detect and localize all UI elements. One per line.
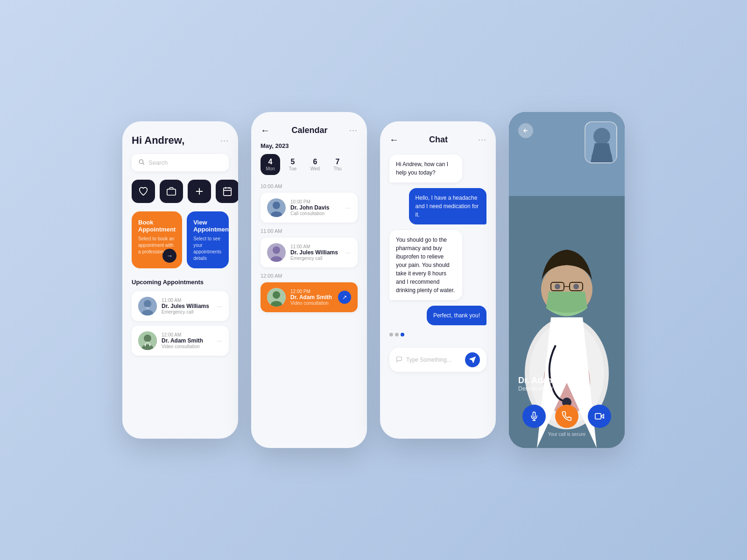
svg-rect-2 (167, 189, 176, 195)
svg-rect-3 (224, 188, 232, 196)
action-cards: Book Appointment Select to book an appoi… (132, 211, 229, 268)
cal-name-john: Dr. John Davis (290, 204, 341, 211)
appointment-item-2[interactable]: 12:00 AM Dr. Adam Smith Video consultati… (132, 326, 229, 356)
quick-actions-row (132, 180, 229, 203)
cal-more-jules[interactable]: ··· (345, 249, 351, 256)
chat-bubble-4: Perfect, thank you! (427, 306, 486, 325)
svg-line-1 (143, 163, 144, 165)
heart-icon-btn[interactable] (132, 180, 155, 203)
day-name-wed: Wed (310, 166, 320, 171)
day-name-fri: Fri (357, 166, 358, 171)
svg-point-18 (273, 202, 280, 209)
svg-point-38 (555, 284, 560, 289)
appointment-more-2[interactable]: ··· (217, 337, 222, 344)
calendar-more-icon[interactable]: ··· (349, 126, 358, 135)
day-7-thu[interactable]: 7 Thu (328, 154, 347, 175)
phone-calendar: ← Calendar ··· May, 2023 4 Mon 5 Tue 6 W… (251, 112, 367, 448)
day-6-wed[interactable]: 6 Wed (305, 154, 325, 175)
search-icon (138, 159, 145, 167)
chat-input-placeholder[interactable]: Type Something... (406, 357, 461, 363)
chat-more-icon[interactable]: ··· (478, 135, 486, 145)
day-name-mon: Mon (266, 166, 275, 171)
day-4-mon[interactable]: 4 Mon (261, 154, 280, 175)
typing-dot-1 (389, 333, 393, 336)
cal-type-jules: Emergency call (290, 256, 341, 261)
day-name-thu: Thu (333, 166, 341, 171)
call-doctor-name: Dr. Adam Smith (518, 376, 580, 385)
book-appointment-arrow[interactable]: → (162, 249, 176, 263)
appointment-time-2: 12:00 AM (162, 332, 212, 337)
view-appointments-card[interactable]: View Appointments Select to see your app… (187, 211, 229, 268)
appointment-type-1: Emergency call (162, 309, 212, 315)
cal-more-john[interactable]: ··· (345, 204, 351, 211)
call-secure-label: Your call is secure (548, 432, 586, 437)
day-num-6: 6 (313, 158, 317, 166)
search-bar[interactable]: Search (132, 154, 229, 171)
cal-time-adam: 12:00 PM (290, 289, 333, 294)
calendar-back-button[interactable]: ← (261, 125, 270, 136)
day-5-tue[interactable]: 5 Tue (283, 154, 303, 175)
chat-bubble-2: Hello, I have a headache and I need medi… (409, 188, 486, 224)
send-button[interactable] (465, 352, 480, 367)
svg-marker-46 (601, 414, 604, 418)
cal-info-adam: 12:00 PM Dr. Adam Smith Video consultati… (290, 289, 333, 306)
cal-appt-adam[interactable]: 12:00 PM Dr. Adam Smith Video consultati… (261, 282, 358, 312)
cal-name-adam: Dr. Adam Smith (290, 294, 333, 301)
end-call-button[interactable] (555, 405, 578, 428)
cal-avatar-adam (267, 288, 286, 307)
cal-arrow-adam[interactable]: ↗ (338, 291, 351, 304)
svg-rect-47 (595, 413, 601, 419)
plus-cross-icon-btn[interactable] (188, 180, 211, 203)
svg-rect-15 (145, 343, 146, 346)
cal-type-adam: Video consultation (290, 301, 333, 306)
chat-messages: Hi Andrew, how can I help you today? Hel… (389, 154, 486, 338)
month-label: May, 2023 (261, 142, 358, 149)
attachment-icon (396, 356, 402, 364)
cal-appt-jules[interactable]: 11:00 AM Dr. Jules Williams Emergency ca… (261, 238, 358, 267)
time-slot-11am: 11:00 AM (261, 228, 358, 234)
chat-bubble-1: Hi Andrew, how can I help you today? (389, 154, 462, 182)
cal-name-jules: Dr. Jules Williams (290, 249, 341, 256)
time-slot-10am: 10:00 AM (261, 183, 358, 189)
camera-button[interactable] (588, 405, 611, 428)
day-num-5: 5 (291, 158, 295, 166)
svg-point-8 (144, 300, 151, 308)
doctor-avatar-1 (138, 297, 157, 315)
video-back-button[interactable] (518, 123, 533, 138)
controls-row (522, 405, 611, 428)
mute-button[interactable] (522, 405, 546, 428)
cal-avatar-john (267, 198, 286, 217)
chat-back-button[interactable]: ← (389, 134, 399, 145)
svg-point-0 (139, 160, 143, 163)
call-specialty: Dermatologist (518, 385, 580, 392)
calendar-title: Calendar (291, 126, 327, 135)
cal-info-jules: 11:00 AM Dr. Jules Williams Emergency ca… (290, 244, 341, 261)
briefcase-icon-btn[interactable] (160, 180, 183, 203)
svg-point-12 (144, 335, 151, 342)
upcoming-appointments-label: Upcoming Appointments (132, 279, 229, 286)
day-8-fri[interactable]: 8 Fri (350, 154, 358, 175)
greeting-text: Hi Andrew, (132, 134, 184, 147)
more-options-icon[interactable]: ··· (220, 136, 229, 146)
appointment-more-1[interactable]: ··· (217, 302, 222, 310)
view-appointments-subtitle: Select to see your appointments details (193, 236, 222, 262)
cal-appt-john-davis[interactable]: 10:00 PM Dr. John Davis Call consultatio… (261, 193, 358, 223)
search-placeholder: Search (148, 159, 168, 166)
doctor-avatar-2 (138, 331, 157, 350)
svg-rect-10 (146, 307, 149, 309)
typing-dot-2 (395, 333, 399, 336)
calendar-icon-btn[interactable] (216, 180, 238, 203)
chat-input-row[interactable]: Type Something... (389, 348, 486, 372)
book-appointment-card[interactable]: Book Appointment Select to book an appoi… (132, 211, 182, 268)
call-info: Dr. Adam Smith Dermatologist (518, 376, 580, 392)
cal-time-john: 10:00 PM (290, 199, 341, 204)
cal-type-john: Call consultation (290, 211, 341, 216)
view-appointments-title: View Appointments (193, 219, 222, 233)
book-appointment-title: Book Appointment (138, 219, 176, 233)
phone-home: Hi Andrew, ··· Search (122, 121, 238, 439)
days-row: 4 Mon 5 Tue 6 Wed 7 Thu 8 Fri (261, 154, 358, 175)
phones-container: Hi Andrew, ··· Search (122, 112, 625, 448)
chat-title: Chat (429, 135, 448, 145)
typing-indicator (389, 331, 486, 338)
appointment-item-1[interactable]: 11:00 AM Dr. Jules Williams Emergency ca… (132, 291, 229, 321)
